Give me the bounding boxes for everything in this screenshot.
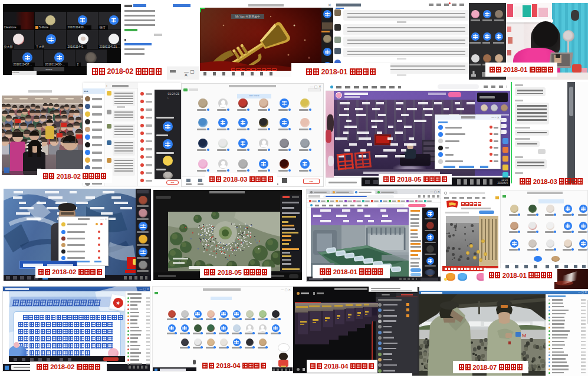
svg-text:M: M [522,333,527,338]
